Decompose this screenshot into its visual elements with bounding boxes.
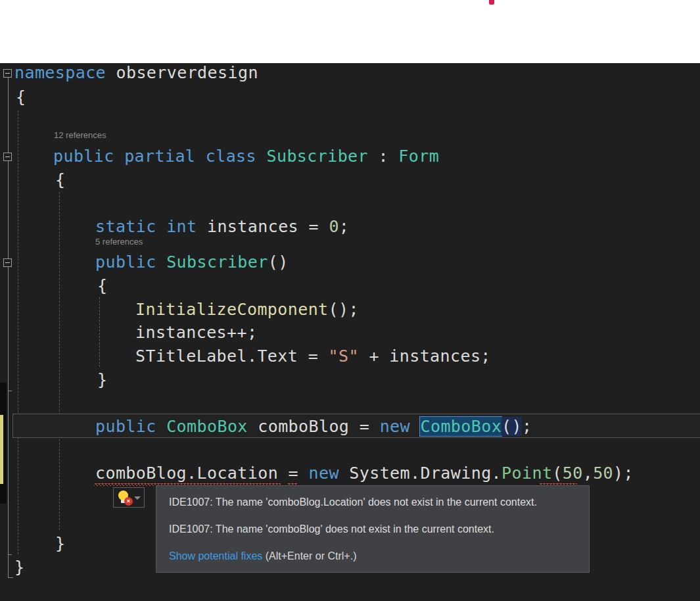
code-token: new bbox=[308, 464, 349, 483]
code-token: 50 bbox=[563, 464, 583, 483]
line-open-brace-namespace[interactable]: { bbox=[16, 85, 26, 109]
indent-guide-method bbox=[99, 297, 100, 367]
line-open-brace-class[interactable]: { bbox=[55, 168, 65, 192]
line-namespace[interactable]: namespace observerdesign bbox=[14, 61, 258, 85]
code-token: System.Drawing. bbox=[349, 464, 502, 483]
code-token: { bbox=[97, 276, 107, 295]
code-token: = bbox=[360, 417, 380, 436]
line-instances-increment[interactable]: instances++; bbox=[135, 321, 257, 345]
code-token: : bbox=[368, 147, 398, 166]
show-potential-fixes-link[interactable]: Show potential fixes bbox=[169, 550, 262, 562]
code-token: + instances; bbox=[359, 347, 491, 366]
code-token: ( bbox=[552, 464, 562, 483]
line-close-brace-class[interactable]: } bbox=[55, 532, 65, 556]
line-combobox-field[interactable]: public ComboBox comboBlog = new ComboBox… bbox=[95, 415, 532, 439]
code-token: = bbox=[308, 217, 329, 236]
fold-collapse-box-class[interactable] bbox=[3, 153, 12, 161]
code-token: ComboBox bbox=[420, 417, 502, 436]
code-token: } bbox=[14, 558, 24, 577]
quick-actions-widget[interactable]: × bbox=[113, 487, 145, 508]
code-token: new bbox=[380, 417, 421, 436]
code-token: Form bbox=[398, 147, 439, 166]
code-token: 50 bbox=[593, 464, 613, 483]
code-token: } bbox=[97, 370, 107, 389]
code-token: = bbox=[289, 464, 309, 483]
fix-shortcut-text: (Alt+Enter or Ctrl+.) bbox=[262, 550, 356, 562]
code-token: Subscriber bbox=[266, 147, 368, 166]
code-token: instances++; bbox=[135, 323, 257, 342]
line-initialize-component[interactable]: InitializeComponent(); bbox=[135, 298, 359, 322]
indent-guide-class bbox=[59, 192, 60, 530]
error-badge-icon: × bbox=[124, 497, 133, 506]
change-tracking-bar bbox=[0, 415, 3, 484]
fold-collapse-box-ctor[interactable] bbox=[3, 258, 12, 267]
code-token: InitializeComponent bbox=[135, 300, 329, 319]
fold-collapse-box-namespace[interactable] bbox=[3, 69, 12, 78]
fold-end-tick bbox=[8, 391, 12, 391]
code-token: Point bbox=[502, 464, 552, 483]
code-token: observerdesign bbox=[106, 63, 258, 82]
line-combobog-location[interactable]: comboBlog.Location = new System.Drawing.… bbox=[95, 462, 634, 485]
line-close-brace-namespace[interactable]: } bbox=[14, 556, 24, 579]
code-token: public bbox=[95, 252, 166, 272]
code-token: public partial class bbox=[53, 147, 266, 166]
code-token: ; bbox=[522, 417, 532, 436]
tooltip-fix-row: Show potential fixes (Alt+Enter or Ctrl+… bbox=[169, 550, 356, 562]
code-token: comboBlog.Location bbox=[95, 464, 289, 483]
fold-outline-corner bbox=[8, 577, 13, 578]
tooltip-message: IDE1007: The name 'comboBlog' does not e… bbox=[169, 523, 494, 535]
line-open-brace-ctor[interactable]: { bbox=[97, 274, 107, 298]
code-editor[interactable]: namespace observerdesign{public partial … bbox=[0, 63, 700, 601]
code-token: "S" bbox=[329, 347, 359, 366]
code-token: () bbox=[268, 252, 289, 272]
error-tooltip: IDE1007: The name 'comboBlog.Location' d… bbox=[156, 485, 590, 573]
chevron-down-icon[interactable] bbox=[134, 496, 141, 500]
lightbulb-error-icon[interactable]: × bbox=[117, 491, 131, 505]
code-token: instances bbox=[197, 217, 309, 236]
code-token: static int bbox=[95, 217, 197, 236]
code-token: } bbox=[55, 534, 65, 553]
line-stitlelabel[interactable]: STitleLabel.Text = "S" + instances; bbox=[135, 345, 491, 368]
code-token: { bbox=[16, 87, 26, 107]
code-token: STitleLabel.Text = bbox=[135, 347, 329, 366]
line-class-decl[interactable]: public partial class Subscriber : Form bbox=[53, 145, 439, 168]
line-close-brace-ctor[interactable]: } bbox=[97, 368, 107, 392]
codelens-references[interactable]: 12 references bbox=[54, 130, 106, 141]
code-token: (); bbox=[329, 300, 359, 319]
red-marker-fragment bbox=[489, 0, 494, 5]
fold-end-tick bbox=[8, 554, 12, 555]
code-token: ; bbox=[339, 217, 349, 236]
code-token: ComboBox bbox=[166, 417, 248, 436]
code-token: namespace bbox=[14, 63, 106, 82]
screenshot-root: namespace observerdesign{public partial … bbox=[0, 0, 700, 601]
line-static-field[interactable]: static int instances = 0; bbox=[95, 215, 349, 239]
code-token: comboBlog bbox=[248, 417, 360, 436]
codelens-references[interactable]: 5 references bbox=[95, 237, 143, 247]
indent-guide-namespace bbox=[18, 110, 18, 554]
code-token: { bbox=[55, 170, 65, 189]
code-token: 0 bbox=[329, 217, 338, 236]
code-token: () bbox=[502, 417, 522, 436]
code-token: public bbox=[95, 417, 166, 436]
tooltip-message: IDE1007: The name 'comboBlog.Location' d… bbox=[169, 496, 537, 508]
line-ctor-decl[interactable]: public Subscriber() bbox=[95, 251, 289, 274]
code-token: Subscriber bbox=[166, 252, 268, 272]
code-token: , bbox=[583, 464, 593, 483]
code-token: ); bbox=[613, 464, 634, 483]
